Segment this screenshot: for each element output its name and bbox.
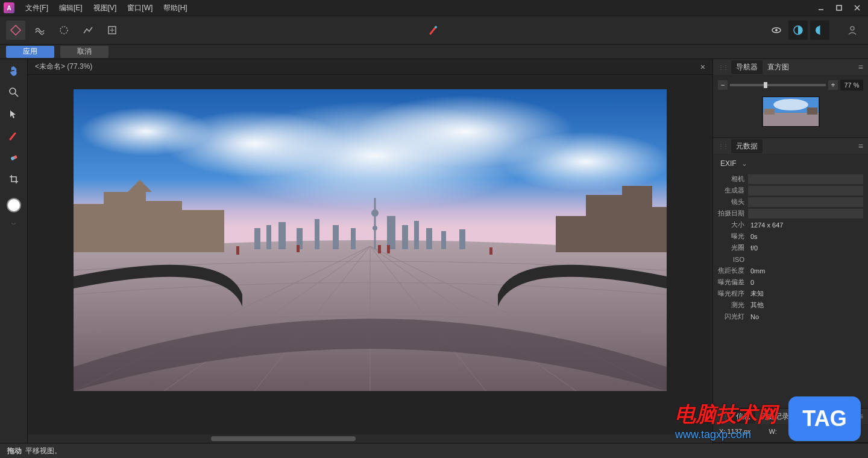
develop-persona-button[interactable] [54,21,74,40]
canvas-image [74,89,667,391]
center-tool-icon[interactable] [424,21,444,40]
tab-navigator[interactable]: 导航器 [731,60,763,74]
document-tab: <未命名> (77.3%) × [28,59,712,75]
svg-rect-48 [236,246,239,255]
zoom-controls: − + 77 % [718,80,863,91]
focal-value: 0mm [748,267,765,275]
navigator-thumbnail[interactable] [762,97,820,127]
menu-help[interactable]: 帮助[H] [163,3,187,13]
svg-rect-32 [315,219,319,249]
panel-menu-icon[interactable]: ≡ [858,141,863,151]
meta-row-size: 大小1274 x 647 [718,219,863,231]
svg-rect-24 [104,192,146,252]
metadata-body: EXIF ⌄ 相机 生成器 镜头 拍摄日期 大小1274 x 647 曝光0s … [713,154,868,328]
svg-rect-1 [837,5,841,10]
scrollbar-thumb[interactable] [211,436,356,441]
svg-point-54 [773,99,808,110]
meta-row-focal: 焦距长度0mm [718,265,863,276]
svg-rect-28 [254,228,260,249]
zoom-slider-thumb[interactable] [764,82,767,88]
svg-point-37 [373,226,377,231]
exposure-value: 0s [748,233,758,240]
persona-group-right [767,21,862,40]
zoom-value-field[interactable]: 77 % [840,80,863,91]
document-title: <未命名> (77.3%) [35,62,92,72]
svg-rect-30 [278,222,286,249]
svg-point-12 [851,27,854,30]
main-area: ◡ <未命名> (77.3%) × [0,59,868,443]
svg-point-5 [60,27,68,34]
tab-histogram[interactable]: 直方图 [763,60,794,74]
svg-point-21 [502,132,667,192]
zoom-in-button[interactable]: + [828,80,838,90]
close-button[interactable] [850,2,864,14]
split-view-button[interactable] [788,21,808,40]
hand-tool[interactable] [4,63,24,78]
panel-menu-icon[interactable]: ≡ [858,412,863,421]
svg-rect-40 [414,221,419,249]
lens-field[interactable] [748,197,863,207]
horizontal-scrollbar[interactable] [28,434,712,443]
panel-grip-icon[interactable]: ⋮⋮ [718,413,728,420]
title-bar: A 文件[F] 编辑[E] 视图[V] 窗口[W] 帮助[H] [0,0,868,16]
chevron-down-icon: ⌄ [741,159,747,168]
tab-history[interactable]: 历史记录 [755,410,794,424]
photo-persona-button[interactable] [6,21,25,40]
zoom-slider[interactable] [730,84,826,86]
info-row: X: 1137 px W: D: [719,428,862,439]
date-field[interactable] [748,209,863,218]
metadata-header: ⋮⋮ 元数据 ≡ [713,138,868,154]
svg-rect-25 [146,201,182,252]
status-text: 平移视图。 [25,446,61,456]
svg-rect-52 [489,247,492,255]
zoom-tool[interactable] [4,84,24,100]
mirror-view-button[interactable] [810,21,829,40]
quick-mask-button[interactable] [767,21,786,40]
document-close-button[interactable]: × [700,62,705,72]
svg-rect-26 [182,210,224,252]
export-persona-button[interactable] [102,21,122,40]
cancel-button[interactable]: 取消 [60,46,108,58]
svg-rect-23 [74,204,104,252]
crop-tool[interactable] [4,171,24,187]
account-icon[interactable] [843,21,862,40]
panel-grip-icon[interactable]: ⋮⋮ [718,143,728,150]
meta-row-iso: ISO [718,253,863,265]
apply-button[interactable]: 应用 [6,46,54,58]
panel-menu-icon[interactable]: ≡ [858,62,863,72]
app-logo-icon: A [4,2,14,13]
maker-field[interactable] [748,186,863,196]
svg-rect-42 [441,231,446,249]
persona-toolbar [0,16,868,45]
maximize-button[interactable] [832,2,846,14]
meta-row-meter: 测光其他 [718,299,863,311]
camera-field[interactable] [748,174,863,184]
tab-info[interactable]: 信息 [731,410,755,424]
eraser-tool[interactable] [4,150,24,165]
svg-marker-4 [11,25,20,35]
svg-point-7 [435,26,437,28]
color-swatch[interactable] [7,198,21,212]
menu-file[interactable]: 文件[F] [25,3,48,13]
tone-map-persona-button[interactable] [78,21,98,40]
metadata-type-select[interactable]: EXIF ⌄ [718,157,863,170]
aperture-value: f/0 [748,244,758,252]
svg-point-22 [80,107,212,156]
zoom-out-button[interactable]: − [718,80,728,90]
tab-metadata[interactable]: 元数据 [731,139,763,153]
canvas-viewport[interactable] [28,75,712,434]
brush-tool[interactable] [4,128,24,144]
info-header: ⋮⋮ 信息 历史记录 ≡ [713,409,868,424]
minimize-button[interactable] [814,2,828,14]
persona-group-left [6,21,122,40]
tools-panel: ◡ [0,59,28,443]
move-tool[interactable] [4,106,24,122]
menu-window[interactable]: 窗口[W] [127,3,153,13]
svg-rect-50 [378,245,381,253]
panel-grip-icon[interactable]: ⋮⋮ [718,64,728,71]
menu-edit[interactable]: 编辑[E] [59,3,83,13]
swatch-options-icon[interactable]: ◡ [11,220,16,225]
menu-view[interactable]: 视图[V] [93,3,117,13]
liquify-persona-button[interactable] [30,21,49,40]
svg-rect-46 [652,207,667,252]
